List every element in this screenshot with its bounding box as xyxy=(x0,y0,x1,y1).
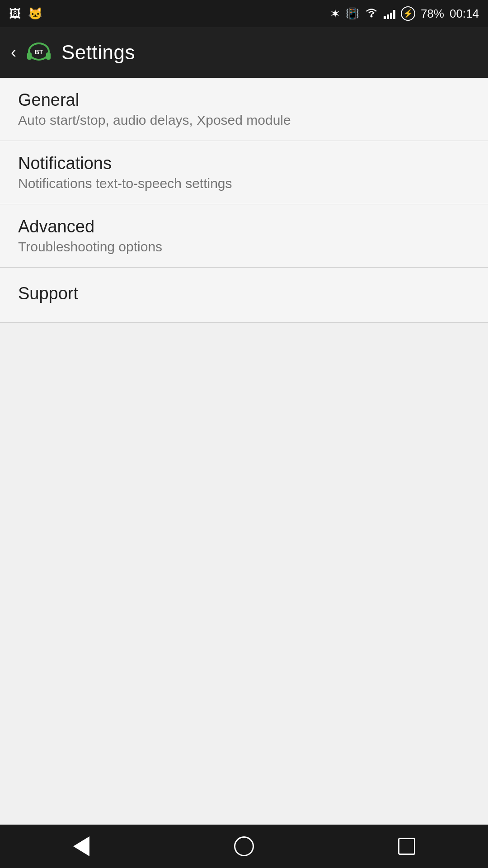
battery-percentage: 78% xyxy=(421,7,444,21)
back-button[interactable]: ‹ xyxy=(11,43,16,62)
settings-list: General Auto start/stop, audio delays, X… xyxy=(0,78,488,323)
svg-point-0 xyxy=(370,15,372,18)
nav-recents-button[interactable] xyxy=(389,833,425,860)
cat-icon: 🐱 xyxy=(28,7,42,21)
wifi-icon xyxy=(365,7,378,20)
settings-content: General Auto start/stop, audio delays, X… xyxy=(0,78,488,825)
clock: 00:14 xyxy=(450,7,479,21)
notifications-subtitle: Notifications text-to-speech settings xyxy=(18,176,470,191)
notifications-title: Notifications xyxy=(18,154,470,173)
signal-icon xyxy=(384,8,395,19)
app-logo: BT xyxy=(25,39,52,66)
settings-item-support[interactable]: Support xyxy=(0,268,488,323)
status-bar-right: ✶ 📳 ⚡ 78% 00:14 xyxy=(330,6,479,21)
bluetooth-icon: ✶ xyxy=(330,6,340,21)
vibrate-icon: 📳 xyxy=(346,7,359,20)
svg-rect-3 xyxy=(46,52,51,60)
support-title: Support xyxy=(18,284,78,303)
recents-square-icon xyxy=(398,838,415,855)
settings-item-advanced[interactable]: Advanced Troubleshooting options xyxy=(0,204,488,268)
image-icon: 🖼 xyxy=(9,7,21,21)
page-title: Settings xyxy=(61,41,135,64)
nav-back-button[interactable] xyxy=(63,833,99,860)
settings-item-notifications[interactable]: Notifications Notifications text-to-spee… xyxy=(0,141,488,204)
nav-home-button[interactable] xyxy=(226,833,262,860)
status-bar-left: 🖼 🐱 xyxy=(9,7,42,21)
svg-rect-2 xyxy=(27,52,32,60)
home-circle-icon xyxy=(234,836,254,856)
general-title: General xyxy=(18,90,470,110)
settings-item-general[interactable]: General Auto start/stop, audio delays, X… xyxy=(0,78,488,141)
app-bar: ‹ BT Settings xyxy=(0,27,488,78)
svg-text:BT: BT xyxy=(35,48,43,56)
bottom-nav xyxy=(0,825,488,868)
general-subtitle: Auto start/stop, audio delays, Xposed mo… xyxy=(18,113,470,128)
status-bar: 🖼 🐱 ✶ 📳 ⚡ xyxy=(0,0,488,27)
charging-icon: ⚡ xyxy=(401,6,415,21)
back-triangle-icon xyxy=(73,836,89,856)
advanced-subtitle: Troubleshooting options xyxy=(18,239,470,255)
advanced-title: Advanced xyxy=(18,217,470,236)
